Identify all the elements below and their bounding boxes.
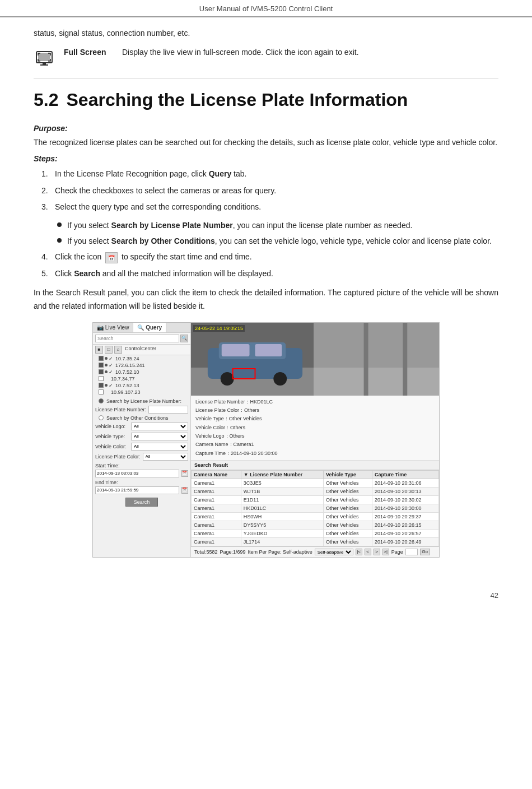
steps-label: Steps: xyxy=(34,154,498,163)
sc-search-btn[interactable]: 🔍 xyxy=(180,335,188,342)
svg-rect-2 xyxy=(43,63,46,64)
page-number: 42 xyxy=(491,591,498,600)
sc-tool-btn-3[interactable]: ⌂ xyxy=(114,346,122,354)
sc-item-label-6: 10.99.107.23 xyxy=(111,389,141,395)
sc-tree-item-1[interactable]: ✓ 10.7.35.24 xyxy=(93,355,190,362)
svg-rect-1 xyxy=(38,53,50,61)
sc-per-page: Item Per Page: Self-adaptive xyxy=(248,549,312,555)
sc-dot-1 xyxy=(105,357,108,360)
sc-radio-1[interactable] xyxy=(99,398,104,403)
table-row[interactable]: Camera1 3C3JE5 Other Vehicles 2014-09-10… xyxy=(192,479,439,487)
sc-table-wrapper: Camera Name ▼ License Plate Number Vehic… xyxy=(191,470,439,546)
sc-start-time-label: Start Time: xyxy=(95,463,129,468)
sc-plate-color-select[interactable]: All xyxy=(143,453,188,461)
sc-info-line-6: Camera Name：Camera1 xyxy=(195,440,435,449)
sc-vehicle-color-label: Vehicle Color: xyxy=(95,444,129,449)
svg-rect-3 xyxy=(40,64,48,66)
sc-vehicle-image: 24-05-22 14 19:05:15 xyxy=(191,323,439,396)
sc-item-label-1: 10.7.35.24 xyxy=(115,356,139,361)
sc-col-type: Vehicle Type xyxy=(324,470,372,479)
sc-pagination: Total:5582 Page:1/699 Item Per Page: Sel… xyxy=(191,546,439,557)
sc-vehicle-color-row: Vehicle Color: All xyxy=(93,442,190,452)
sc-license-label: License Plate Number: xyxy=(95,407,146,412)
sc-tree-item-3[interactable]: ✓ 10.7.52.10 xyxy=(93,369,190,375)
sc-dot-5 xyxy=(105,384,108,387)
sc-tabs: 📷 Live View 🔍 Query xyxy=(93,323,190,333)
svg-rect-12 xyxy=(222,344,250,356)
sc-prev-page-btn[interactable]: < xyxy=(365,549,371,555)
feature-row-fullscreen: Full Screen Display the live view in ful… xyxy=(34,48,498,68)
step-3: 3. Select the query type and set the cor… xyxy=(34,201,498,213)
header-title: User Manual of iVMS-5200 Control Client xyxy=(199,4,333,13)
sc-radio-2[interactable] xyxy=(99,415,104,420)
sc-tab-query[interactable]: 🔍 Query xyxy=(133,323,166,332)
sc-info-line-3: Vehicle Type：Other Vehicles xyxy=(195,415,435,423)
table-row[interactable]: Camera1 JL1714 Other Vehicles 2014-09-10… xyxy=(192,537,439,546)
sc-vehicle-logo-select[interactable]: All xyxy=(131,423,188,430)
steps-list: 1. In the License Plate Recognition page… xyxy=(34,168,498,213)
sc-vehicle-type-select[interactable]: All xyxy=(131,433,188,440)
table-row[interactable]: Camera1 YJGEDKD Other Vehicles 2014-09-1… xyxy=(192,529,439,537)
sc-checkbox-3[interactable] xyxy=(99,369,104,374)
sc-item-label-4: 10.7.34.77 xyxy=(111,376,135,382)
step-1: 1. In the License Plate Recognition page… xyxy=(34,168,498,180)
sc-col-camera: Camera Name xyxy=(192,470,241,479)
svg-rect-9 xyxy=(403,323,407,396)
sc-checkbox-4[interactable] xyxy=(99,376,104,381)
sc-col-time: Capture Time xyxy=(372,470,438,479)
sc-start-time-input[interactable] xyxy=(95,470,179,477)
sc-end-time-input-row: 📅 xyxy=(93,486,190,495)
sc-search-row: 🔍 xyxy=(93,333,190,345)
sc-checkbox-2[interactable] xyxy=(99,363,104,368)
sc-info-panel: License Plate Number：HKD01LC License Pla… xyxy=(191,396,439,461)
page-footer: 42 xyxy=(0,580,532,605)
table-row[interactable]: Camera1 HS0WH Other Vehicles 2014-09-10 … xyxy=(192,512,439,521)
sc-end-cal-btn[interactable]: 📅 xyxy=(181,487,188,494)
calendar-icon: 📅 xyxy=(105,252,118,263)
sc-checkbox-1[interactable] xyxy=(99,356,104,361)
sc-checkbox-5[interactable] xyxy=(99,383,104,388)
sc-license-input[interactable] xyxy=(148,406,188,414)
sc-group-name: ControlCenter xyxy=(125,346,156,354)
svg-point-15 xyxy=(273,372,287,386)
screenshot-left-panel: 📷 Live View 🔍 Query 🔍 ■ □ ⌂ ControlCente… xyxy=(93,323,191,557)
result-paragraph: In the Search Result panel, you can clic… xyxy=(34,286,498,313)
sc-page-input[interactable] xyxy=(405,549,418,555)
sc-plate-color-row: License Plate Color: All xyxy=(93,452,190,462)
sc-start-cal-btn[interactable]: 📅 xyxy=(181,470,188,477)
sc-radio-row-1[interactable]: Search by License Plate Number: xyxy=(93,398,190,405)
sc-col-plate: ▼ License Plate Number xyxy=(241,470,323,479)
sc-next-page-btn[interactable]: > xyxy=(374,549,380,555)
step-2: 2. Check the checkboxes to select the ca… xyxy=(34,184,498,197)
sc-tree-item-6[interactable]: 10.99.107.23 xyxy=(93,389,190,396)
table-row[interactable]: Camera1 HKD01LC Other Vehicles 2014-09-1… xyxy=(192,504,439,512)
status-text: status, signal status, connection number… xyxy=(34,29,498,38)
sc-radio-row-2[interactable]: Search by Other Conditions xyxy=(93,415,190,421)
sc-tree-item-4[interactable]: 10.7.34.77 xyxy=(93,375,190,382)
table-row[interactable]: Camera1 E1D11 Other Vehicles 2014-09-10 … xyxy=(192,495,439,504)
sc-go-btn[interactable]: Go xyxy=(420,549,430,555)
sc-last-page-btn[interactable]: >| xyxy=(382,549,389,555)
sc-tool-btn-1[interactable]: ■ xyxy=(95,346,103,354)
sc-item-label-3: 10.7.52.10 xyxy=(115,369,139,375)
sc-per-page-select[interactable]: Self-adaptive xyxy=(315,549,353,555)
sc-tab-liveview[interactable]: 📷 Live View xyxy=(93,323,133,332)
table-row[interactable]: Camera1 DY5SYY5 Other Vehicles 2014-09-1… xyxy=(192,521,439,529)
sc-tree-item-2[interactable]: ✓ 172.6.15.241 xyxy=(93,362,190,369)
sc-search-button[interactable]: Search xyxy=(125,498,158,507)
sc-start-time-input-row: 📅 xyxy=(93,470,190,479)
table-row[interactable]: Camera1 WJT1B Other Vehicles 2014-09-10 … xyxy=(192,487,439,495)
sc-first-page-btn[interactable]: |< xyxy=(356,549,362,555)
sc-vehicle-color-select[interactable]: All xyxy=(131,443,188,451)
sc-checkbox-6[interactable] xyxy=(99,389,104,395)
sc-toolbar: ■ □ ⌂ ControlCenter xyxy=(93,345,190,355)
sc-vehicle-logo-label: Vehicle Logo: xyxy=(95,424,129,429)
sc-search-input[interactable] xyxy=(95,335,179,342)
sc-tree-item-5[interactable]: ✓ 10.7.52.13 xyxy=(93,382,190,389)
sc-end-time-input[interactable] xyxy=(95,486,179,494)
fullscreen-icon xyxy=(34,49,55,68)
sc-tree: ✓ 10.7.35.24 ✓ 172.6.15.241 ✓ 10.7.52.10 xyxy=(93,355,190,396)
sc-result-label: Search Result xyxy=(191,461,439,470)
purpose-label: Purpose: xyxy=(34,124,498,133)
sc-tool-btn-2[interactable]: □ xyxy=(105,346,113,354)
